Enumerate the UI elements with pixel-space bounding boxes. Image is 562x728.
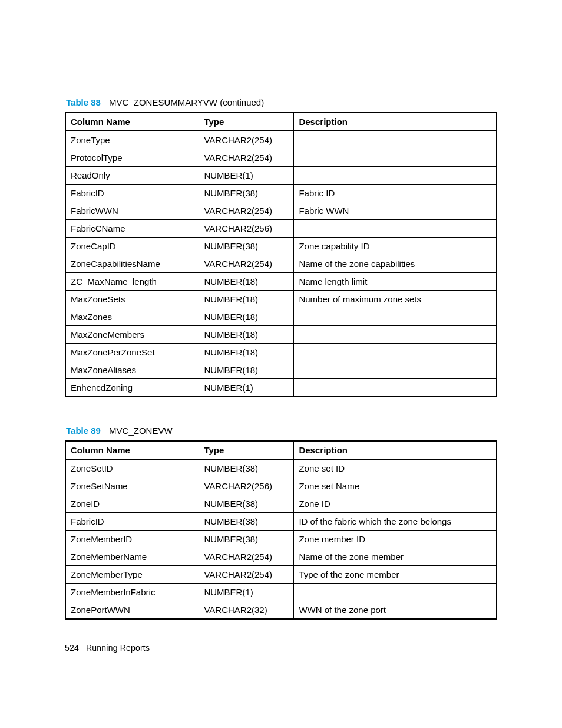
table-cell: Name of the zone member [294, 548, 497, 566]
table-cell: VARCHAR2(32) [199, 601, 294, 620]
table-cell: ZoneMemberInFabric [65, 584, 199, 601]
table-row: ZC_MaxName_lengthNUMBER(18)Name length l… [65, 273, 497, 291]
table-row: ProtocolTypeVARCHAR2(254) [65, 149, 497, 167]
table-88: Column Name Type Description ZoneTypeVAR… [65, 112, 497, 397]
table-cell: Zone ID [294, 495, 497, 513]
page-number: 524 [65, 643, 79, 653]
col-header-name: Column Name [65, 441, 199, 459]
table-cell: VARCHAR2(256) [199, 220, 294, 238]
table-89-name: MVC_ZONEVW [109, 426, 173, 436]
table-cell: ZC_MaxName_length [65, 273, 199, 291]
table-89-label: Table 89 [66, 426, 101, 436]
table-row: ZoneCapabilitiesNameVARCHAR2(254)Name of… [65, 255, 497, 273]
table-cell: ZoneMemberType [65, 566, 199, 584]
table-cell: MaxZones [65, 308, 199, 326]
table-cell: NUMBER(18) [199, 344, 294, 361]
table-cell: ZoneCapabilitiesName [65, 255, 199, 273]
table-cell: NUMBER(18) [199, 326, 294, 344]
table-row: ZoneTypeVARCHAR2(254) [65, 131, 497, 149]
table-row: MaxZoneAliasesNUMBER(18) [65, 361, 497, 379]
table-cell: NUMBER(1) [199, 167, 294, 185]
table-cell: Name length limit [294, 273, 497, 291]
table-row: ZoneSetIDNUMBER(38)Zone set ID [65, 459, 497, 477]
table-cell [294, 220, 497, 238]
table-cell: FabricCName [65, 220, 199, 238]
table-cell: ZoneCapID [65, 238, 199, 255]
table-cell: Type of the zone member [294, 566, 497, 584]
table-header-row: Column Name Type Description [65, 441, 497, 459]
table-cell: FabricWWN [65, 202, 199, 220]
table-row: MaxZoneMembersNUMBER(18) [65, 326, 497, 344]
table-row: ReadOnlyNUMBER(1) [65, 167, 497, 185]
table-row: ZoneSetNameVARCHAR2(256)Zone set Name [65, 477, 497, 495]
table-cell [294, 361, 497, 379]
table-cell [294, 308, 497, 326]
table-cell: MaxZoneMembers [65, 326, 199, 344]
col-header-type: Type [199, 113, 294, 131]
table-row: FabricIDNUMBER(38)Fabric ID [65, 185, 497, 202]
table-cell [294, 344, 497, 361]
table-row: MaxZonePerZoneSetNUMBER(18) [65, 344, 497, 361]
table-cell: VARCHAR2(254) [199, 131, 294, 149]
table-cell: NUMBER(18) [199, 291, 294, 308]
table-cell: Zone set ID [294, 459, 497, 477]
table-89-title: Table 89 MVC_ZONEVW [66, 426, 497, 436]
table-89-body: ZoneSetIDNUMBER(38)Zone set IDZoneSetNam… [65, 459, 497, 619]
table-cell: Zone capability ID [294, 238, 497, 255]
table-row: ZoneMemberNameVARCHAR2(254)Name of the z… [65, 548, 497, 566]
table-cell: NUMBER(18) [199, 308, 294, 326]
table-cell: ZoneID [65, 495, 199, 513]
table-cell: MaxZonePerZoneSet [65, 344, 199, 361]
table-row: ZoneMemberIDNUMBER(38)Zone member ID [65, 531, 497, 548]
table-88-body: ZoneTypeVARCHAR2(254)ProtocolTypeVARCHAR… [65, 131, 497, 397]
footer-section: Running Reports [86, 643, 150, 653]
table-cell: Fabric ID [294, 185, 497, 202]
table-cell: ReadOnly [65, 167, 199, 185]
table-88-name: MVC_ZONESUMMARYVW (continued) [109, 97, 264, 107]
table-cell [294, 326, 497, 344]
table-cell: Zone set Name [294, 477, 497, 495]
table-cell: NUMBER(38) [199, 495, 294, 513]
table-row: FabricIDNUMBER(38)ID of the fabric which… [65, 513, 497, 531]
table-cell: NUMBER(38) [199, 238, 294, 255]
table-cell: ZoneSetID [65, 459, 199, 477]
table-cell: EnhencdZoning [65, 379, 199, 397]
table-row: MaxZonesNUMBER(18) [65, 308, 497, 326]
table-89: Column Name Type Description ZoneSetIDNU… [65, 440, 497, 620]
table-row: FabricCNameVARCHAR2(256) [65, 220, 497, 238]
table-cell: VARCHAR2(254) [199, 566, 294, 584]
table-cell: ID of the fabric which the zone belongs [294, 513, 497, 531]
table-cell: ZonePortWWN [65, 601, 199, 620]
table-cell: NUMBER(1) [199, 379, 294, 397]
table-cell: FabricID [65, 185, 199, 202]
table-cell: VARCHAR2(254) [199, 202, 294, 220]
table-cell: NUMBER(38) [199, 531, 294, 548]
table-cell: NUMBER(1) [199, 584, 294, 601]
table-cell: ZoneMemberID [65, 531, 199, 548]
col-header-desc: Description [294, 113, 497, 131]
table-row: MaxZoneSetsNUMBER(18)Number of maximum z… [65, 291, 497, 308]
table-cell: ZoneType [65, 131, 199, 149]
col-header-desc: Description [294, 441, 497, 459]
table-row: ZoneIDNUMBER(38)Zone ID [65, 495, 497, 513]
table-cell: Number of maximum zone sets [294, 291, 497, 308]
table-cell: NUMBER(18) [199, 273, 294, 291]
table-cell: VARCHAR2(254) [199, 255, 294, 273]
table-88-label: Table 88 [66, 97, 101, 107]
table-row: ZonePortWWNVARCHAR2(32)WWN of the zone p… [65, 601, 497, 620]
table-row: ZoneMemberTypeVARCHAR2(254)Type of the z… [65, 566, 497, 584]
table-cell: ZoneSetName [65, 477, 199, 495]
table-cell: NUMBER(38) [199, 185, 294, 202]
table-cell [294, 584, 497, 601]
table-header-row: Column Name Type Description [65, 113, 497, 131]
table-cell: VARCHAR2(254) [199, 548, 294, 566]
table-row: ZoneCapIDNUMBER(38)Zone capability ID [65, 238, 497, 255]
table-cell [294, 149, 497, 167]
table-row: ZoneMemberInFabricNUMBER(1) [65, 584, 497, 601]
page-footer: 524 Running Reports [65, 643, 497, 653]
table-row: FabricWWNVARCHAR2(254)Fabric WWN [65, 202, 497, 220]
table-cell: NUMBER(38) [199, 513, 294, 531]
col-header-type: Type [199, 441, 294, 459]
table-cell: ZoneMemberName [65, 548, 199, 566]
table-cell: Name of the zone capabilities [294, 255, 497, 273]
